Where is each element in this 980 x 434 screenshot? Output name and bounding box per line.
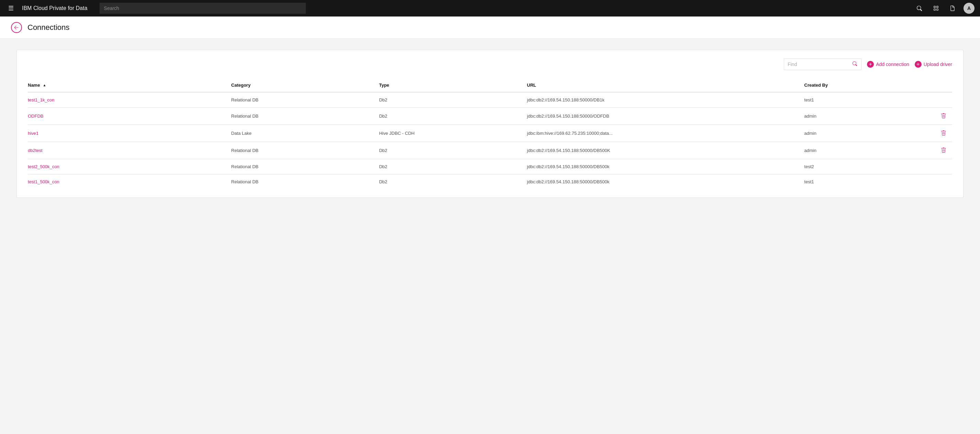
search-icon[interactable] <box>914 3 925 14</box>
cell-created-by: test1 <box>804 92 915 108</box>
table-header: Name ▲ Category Type URL Created By <box>28 78 952 92</box>
back-button[interactable] <box>11 22 22 33</box>
cell-created-by: admin <box>804 142 915 159</box>
connection-name-link[interactable]: test2_500k_con <box>28 164 59 169</box>
col-header-type: Type <box>379 78 527 92</box>
find-container <box>784 59 861 70</box>
cell-url: jdbc:db2://169.54.150.188:50000/DB1k <box>527 92 804 108</box>
page-header: Connections <box>0 16 980 39</box>
connection-name-link[interactable]: ODFDB <box>28 113 44 119</box>
connection-name-link[interactable]: db2test <box>28 148 43 153</box>
cell-name: test2_500k_con <box>28 159 231 174</box>
delete-button[interactable] <box>940 112 947 119</box>
connection-name-link[interactable]: test1_500k_con <box>28 179 59 184</box>
table-row: test2_500k_con Relational DB Db2 jdbc:db… <box>28 159 952 174</box>
cell-category: Data Lake <box>231 125 379 142</box>
table-row: ODFDB Relational DB Db2 jdbc:db2://169.5… <box>28 108 952 125</box>
connections-toolbar: + Add connection + Upload driver <box>28 59 952 70</box>
col-header-actions <box>915 78 952 92</box>
topnav: ☰ IBM Cloud Private for Data A <box>0 0 980 16</box>
add-connection-label: Add connection <box>876 62 909 67</box>
search-container <box>100 3 306 14</box>
table-row: db2test Relational DB Db2 jdbc:db2://169… <box>28 142 952 159</box>
cell-category: Relational DB <box>231 92 379 108</box>
table-body: test1_1k_con Relational DB Db2 jdbc:db2:… <box>28 92 952 189</box>
cell-type: Db2 <box>379 142 527 159</box>
upload-driver-label: Upload driver <box>924 62 952 67</box>
cell-url: jdbc:db2://169.54.150.188:50000/DB500k <box>527 159 804 174</box>
file-icon[interactable] <box>947 3 958 14</box>
col-name-label: Name <box>28 83 40 88</box>
sort-asc-icon: ▲ <box>43 83 46 87</box>
connection-name-link[interactable]: test1_1k_con <box>28 97 54 102</box>
cell-url: jdbc:db2://169.54.150.188:50000/DB500k <box>527 174 804 190</box>
add-connection-button[interactable]: + Add connection <box>867 61 909 68</box>
cell-name: db2test <box>28 142 231 159</box>
find-search-icon <box>852 61 858 68</box>
connection-name-link[interactable]: hive1 <box>28 131 38 136</box>
connections-card: + Add connection + Upload driver Name ▲ <box>16 50 964 198</box>
topnav-actions: A <box>914 3 975 14</box>
menu-icon[interactable]: ☰ <box>5 5 16 12</box>
delete-button[interactable] <box>940 147 947 153</box>
cell-name: hive1 <box>28 125 231 142</box>
col-header-url: URL <box>527 78 804 92</box>
cell-url: jdbc:ibm:hive://169.62.75.235:10000;data… <box>527 125 804 142</box>
cell-actions <box>915 125 952 142</box>
app-title: IBM Cloud Private for Data <box>22 5 87 11</box>
delete-button[interactable] <box>940 130 947 136</box>
col-header-category: Category <box>231 78 379 92</box>
cell-name: test1_500k_con <box>28 174 231 190</box>
cell-category: Relational DB <box>231 159 379 174</box>
col-header-name: Name ▲ <box>28 78 231 92</box>
cell-actions <box>915 108 952 125</box>
cell-created-by: test1 <box>804 174 915 190</box>
upload-driver-button[interactable]: + Upload driver <box>915 61 952 68</box>
col-header-created-by: Created By <box>804 78 915 92</box>
find-input[interactable] <box>788 62 850 67</box>
user-avatar[interactable]: A <box>964 3 975 14</box>
main-content: + Add connection + Upload driver Name ▲ <box>0 39 980 209</box>
cell-name: test1_1k_con <box>28 92 231 108</box>
connections-table: Name ▲ Category Type URL Created By test… <box>28 78 952 189</box>
table-row: test1_1k_con Relational DB Db2 jdbc:db2:… <box>28 92 952 108</box>
cell-name: ODFDB <box>28 108 231 125</box>
upload-driver-icon: + <box>915 61 921 68</box>
cell-type: Db2 <box>379 108 527 125</box>
cell-created-by: admin <box>804 108 915 125</box>
search-input[interactable] <box>100 3 306 14</box>
cell-type: Db2 <box>379 92 527 108</box>
cell-url: jdbc:db2://169.54.150.188:50000/ODFDB <box>527 108 804 125</box>
cell-created-by: admin <box>804 125 915 142</box>
cell-type: Db2 <box>379 174 527 190</box>
cell-actions <box>915 142 952 159</box>
table-row: test1_500k_con Relational DB Db2 jdbc:db… <box>28 174 952 190</box>
cell-created-by: test2 <box>804 159 915 174</box>
cell-url: jdbc:db2://169.54.150.188:50000/DB500K <box>527 142 804 159</box>
grid-icon[interactable] <box>931 3 942 14</box>
cell-actions <box>915 92 952 108</box>
cell-type: Hive JDBC - CDH <box>379 125 527 142</box>
cell-actions <box>915 174 952 190</box>
cell-category: Relational DB <box>231 108 379 125</box>
cell-category: Relational DB <box>231 142 379 159</box>
add-connection-icon: + <box>867 61 874 68</box>
cell-actions <box>915 159 952 174</box>
table-row: hive1 Data Lake Hive JDBC - CDH jdbc:ibm… <box>28 125 952 142</box>
cell-type: Db2 <box>379 159 527 174</box>
cell-category: Relational DB <box>231 174 379 190</box>
page-title: Connections <box>27 23 69 32</box>
